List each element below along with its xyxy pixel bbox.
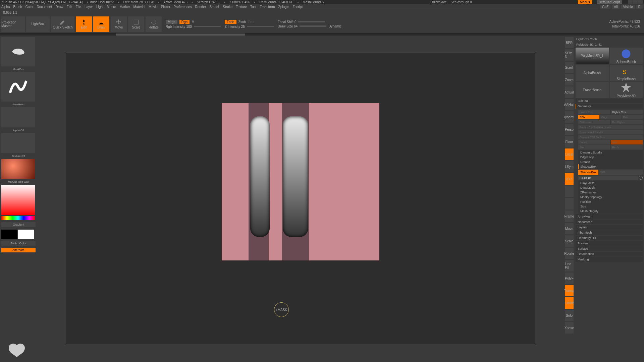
xyz-button[interactable]: XYZ xyxy=(565,173,574,185)
nav-button-1[interactable] xyxy=(565,186,574,197)
divide-button[interactable]: Divide xyxy=(578,140,610,144)
menus-button[interactable]: Menus xyxy=(578,0,592,4)
polish-slider[interactable]: Polish 10 xyxy=(578,176,638,180)
tool-thumb-3[interactable]: SSimpleBrush xyxy=(610,65,643,81)
surface-section[interactable]: Surface xyxy=(576,246,643,251)
rstr-button[interactable]: Rstr xyxy=(622,115,643,119)
z-intensity-slider[interactable]: Z Intensity 25 xyxy=(225,25,245,28)
focal-shift-track[interactable] xyxy=(298,21,325,22)
persp-button[interactable]: Persp xyxy=(565,124,574,135)
swatch-black[interactable] xyxy=(1,230,17,239)
maximize-button[interactable] xyxy=(633,0,638,4)
position-section[interactable]: Position xyxy=(578,199,643,204)
smt-button[interactable]: Smt xyxy=(611,140,643,144)
spix-slider[interactable]: SPix 3 xyxy=(565,49,574,61)
menu-texture[interactable]: Texture xyxy=(236,5,247,9)
cage-button[interactable]: Cage xyxy=(600,115,621,119)
menu-movie[interactable]: Movie xyxy=(149,5,158,9)
masking-section[interactable]: Masking xyxy=(576,257,643,262)
geometry-section[interactable]: Geometry xyxy=(576,104,643,109)
lightbox-tools-header[interactable]: Lightbox> Tools xyxy=(576,37,643,42)
menu-draw[interactable]: Draw xyxy=(55,5,63,9)
menu-edit[interactable]: Edit xyxy=(67,5,72,9)
tool-thumb-0[interactable]: PolyMesh3D_1 xyxy=(576,48,609,64)
rgb-intensity-slider[interactable]: Rgb Intensity 100 xyxy=(166,25,192,28)
deformation-section[interactable]: Deformation xyxy=(576,252,643,256)
tool-thumb-4[interactable]: EraserBrush xyxy=(576,82,609,98)
color-picker[interactable] xyxy=(1,185,35,215)
material-slot[interactable] xyxy=(1,159,35,179)
move-button[interactable]: Move xyxy=(111,16,127,32)
solo-button[interactable]: Solo xyxy=(565,310,574,321)
lsym-button[interactable]: LSym xyxy=(565,161,574,172)
defaultzscript-button[interactable]: DefaultZScript xyxy=(597,0,622,4)
ghost-button[interactable]: Ghost xyxy=(565,297,574,309)
goz-button[interactable]: GoZ xyxy=(600,5,610,9)
quicksave-button[interactable]: QuickSave xyxy=(430,0,446,4)
transp-button[interactable]: Transp xyxy=(565,285,574,296)
alpha-slot[interactable] xyxy=(1,107,35,127)
draw-button[interactable]: Draw xyxy=(93,16,109,32)
fibermesh-section[interactable]: FiberMesh xyxy=(576,230,643,235)
menu-marker[interactable]: Marker xyxy=(119,5,130,9)
dynamic-subdiv-section[interactable]: Dynamic Subdiv xyxy=(578,150,643,155)
swatch-white[interactable] xyxy=(18,230,34,239)
alternate-button[interactable]: Alternate xyxy=(1,248,36,252)
local-button[interactable]: Local xyxy=(565,148,574,160)
menu-material[interactable]: Material xyxy=(133,5,146,9)
z-intensity-track[interactable] xyxy=(247,26,274,27)
texture-slot[interactable] xyxy=(1,133,35,153)
minimize-button[interactable] xyxy=(628,0,633,4)
bpr-button[interactable]: BPR xyxy=(565,37,574,48)
freeze-subdiv-button[interactable]: Freeze SubDivision Levels xyxy=(578,125,643,129)
goz-all-button[interactable]: All xyxy=(612,5,620,9)
menu-zplugin[interactable]: Zplugin xyxy=(278,5,289,9)
rgb-intensity-track[interactable] xyxy=(194,26,221,27)
suv-button[interactable]: Suv xyxy=(578,145,610,149)
del-higher-button[interactable]: Del Higher xyxy=(611,120,643,124)
edit-button[interactable]: Edit xyxy=(76,16,92,32)
res-slider[interactable]: Res xyxy=(599,170,643,175)
polish-mode-toggle[interactable] xyxy=(639,176,643,180)
del-lower-button[interactable]: Del Lower xyxy=(578,120,610,124)
zoom-button[interactable]: Zoom xyxy=(565,74,574,85)
scroll-button[interactable]: Scroll xyxy=(565,62,574,73)
menu-render[interactable]: Render xyxy=(195,5,206,9)
menu-transform[interactable]: Transform xyxy=(260,5,275,9)
draw-size-track[interactable] xyxy=(300,25,326,27)
convert-bpr-button[interactable]: Convert BPR To Geo xyxy=(578,135,643,139)
switchcolor-button[interactable]: SwitchColor xyxy=(1,241,36,246)
dynamic-toggle[interactable]: Dynamic xyxy=(328,24,341,28)
nanomesh-section[interactable]: NanoMesh xyxy=(576,220,643,224)
frame-button[interactable]: Frame xyxy=(565,210,574,222)
menu-color[interactable]: Color xyxy=(25,5,34,9)
brush-slot[interactable] xyxy=(1,37,35,66)
zsub-button[interactable]: Zsub xyxy=(238,20,246,24)
menu-stroke[interactable]: Stroke xyxy=(223,5,232,9)
menu-tool[interactable]: Tool xyxy=(250,5,256,9)
arraymesh-section[interactable]: ArrayMesh xyxy=(576,214,643,219)
m-button[interactable]: M xyxy=(192,20,194,24)
menu-layer[interactable]: Layer xyxy=(85,5,93,9)
zadd-button[interactable]: Zadd xyxy=(225,20,236,24)
scale-nav-button[interactable]: Scale xyxy=(565,235,574,247)
stroke-slot[interactable] xyxy=(1,72,35,102)
nav-button-2[interactable] xyxy=(565,198,574,209)
reuv-button[interactable]: ReUV xyxy=(611,145,643,149)
actual-button[interactable]: Actual xyxy=(565,86,574,98)
menu-brush[interactable]: Brush xyxy=(13,5,22,9)
subtool-section[interactable]: SubTool xyxy=(576,99,643,103)
floor-button[interactable]: Floor xyxy=(565,136,574,147)
menu-macro[interactable]: Macro xyxy=(107,5,116,9)
claypolish-section[interactable]: ClayPolish xyxy=(578,181,643,185)
menu-stencil[interactable]: Stencil xyxy=(209,5,219,9)
lightbox-button[interactable]: LightBox xyxy=(26,16,50,32)
focal-shift-slider[interactable]: Focal Shift 0 xyxy=(278,20,297,24)
draw-size-slider[interactable]: Draw Size 64 xyxy=(278,24,298,28)
tool-thumb-2[interactable]: AlphaBrush xyxy=(576,65,609,81)
menu-alpha[interactable]: Alpha xyxy=(1,5,10,9)
menu-light[interactable]: Light xyxy=(96,5,104,9)
rgb-button[interactable]: Rgb xyxy=(179,20,190,24)
quicksketch-button[interactable]: Quick Sketch xyxy=(51,16,74,32)
reconstruct-button[interactable]: Reconstruct Subdiv xyxy=(578,130,643,134)
